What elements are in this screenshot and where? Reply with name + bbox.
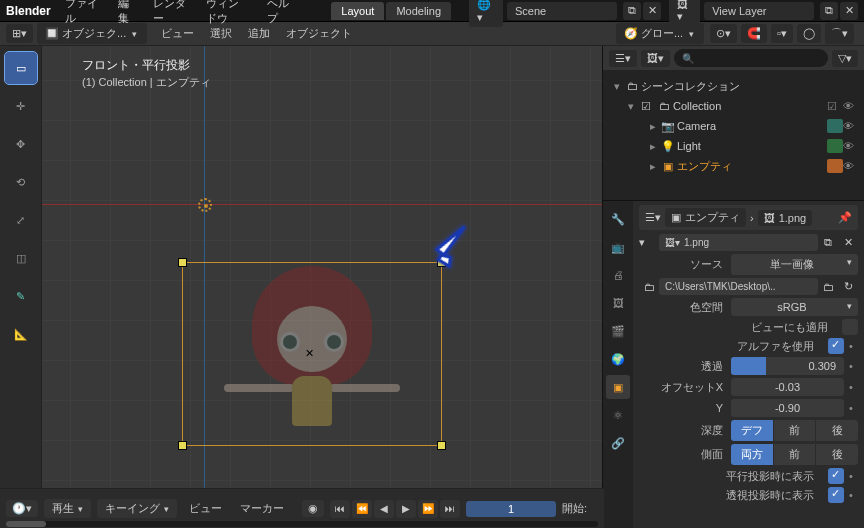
image-data-icon[interactable] bbox=[827, 159, 843, 173]
prop-tab-object-data[interactable]: ▣ bbox=[606, 375, 630, 399]
light-data-icon[interactable] bbox=[827, 139, 843, 153]
eye-icon[interactable]: 👁 bbox=[843, 160, 854, 172]
timeline-menu-marker[interactable]: マーカー bbox=[240, 501, 284, 516]
side-front-button[interactable]: 前 bbox=[774, 444, 817, 465]
depth-default-button[interactable]: デフ bbox=[731, 420, 774, 441]
side-both-button[interactable]: 両方 bbox=[731, 444, 774, 465]
proportional-dropdown[interactable]: ⌒▾ bbox=[825, 23, 854, 44]
camera-data-icon[interactable] bbox=[827, 119, 843, 133]
decorator-dot-icon[interactable]: • bbox=[844, 381, 858, 393]
offset-y-field[interactable]: -0.90 bbox=[731, 399, 844, 417]
viewlayer-new-button[interactable]: ⧉ bbox=[820, 2, 838, 20]
editor-type-icon[interactable]: ☰▾ bbox=[645, 211, 661, 224]
menu-window[interactable]: ウィンドウ bbox=[206, 0, 250, 26]
outliner-item-camera[interactable]: ▸📷 Camera 👁 bbox=[607, 116, 860, 136]
handle-bottom-right[interactable] bbox=[437, 441, 446, 450]
transform-orient-dropdown[interactable]: 🧭 グロー... bbox=[616, 23, 704, 44]
expand-icon[interactable]: ▾ bbox=[639, 236, 659, 249]
decorator-dot-icon[interactable]: • bbox=[844, 402, 858, 414]
editor-type-icon[interactable]: ⊞▾ bbox=[6, 24, 33, 43]
menu-help[interactable]: ヘルプ bbox=[267, 0, 293, 26]
filepath-reload-button[interactable]: ↻ bbox=[838, 280, 858, 293]
viewport-3d[interactable]: フロント・平行投影 (1) Collection | エンプティ bbox=[42, 46, 602, 528]
eye-icon[interactable]: 👁 bbox=[843, 100, 854, 113]
outliner-editor-type-icon[interactable]: ☰▾ bbox=[609, 50, 637, 67]
prop-tab-output[interactable]: 🖨 bbox=[606, 263, 630, 287]
depth-back-button[interactable]: 後 bbox=[816, 420, 858, 441]
tool-rotate[interactable]: ⟲ bbox=[5, 166, 37, 198]
prop-tab-world[interactable]: 🌍 bbox=[606, 347, 630, 371]
breadcrumb-object[interactable]: ▣ エンプティ bbox=[665, 208, 746, 227]
timeline-menu-view[interactable]: ビュー bbox=[189, 501, 222, 516]
filepath-field[interactable]: C:\Users\TMK\Desktop\.. bbox=[659, 278, 818, 295]
empty-image-object[interactable] bbox=[182, 262, 442, 446]
source-dropdown[interactable]: 単一画像 bbox=[731, 254, 858, 275]
jump-start-button[interactable]: ⏮ bbox=[330, 500, 350, 518]
keying-dropdown[interactable]: キーイング bbox=[97, 499, 177, 518]
prop-tab-render[interactable]: 📺 bbox=[606, 235, 630, 259]
outliner-tree[interactable]: ▾🗀 シーンコレクション ▾☑🗀 Collection ☑👁 ▸📷 Camera… bbox=[603, 70, 864, 200]
decorator-dot-icon[interactable]: • bbox=[844, 470, 858, 482]
scene-browse-icon[interactable]: 🌐▾ bbox=[469, 0, 503, 27]
jump-end-button[interactable]: ⏭ bbox=[440, 500, 460, 518]
show-persp-checkbox[interactable] bbox=[828, 487, 844, 503]
colorspace-dropdown[interactable]: sRGB bbox=[731, 298, 858, 316]
tool-annotate[interactable]: ✎ bbox=[5, 280, 37, 312]
filebrowser-icon[interactable]: 🗀 bbox=[639, 281, 659, 293]
tab-layout[interactable]: Layout bbox=[331, 2, 384, 20]
tool-select-box[interactable]: ▭ bbox=[5, 52, 37, 84]
scene-name-field[interactable]: Scene bbox=[507, 2, 617, 20]
scene-delete-button[interactable]: ✕ bbox=[643, 2, 661, 20]
current-frame-field[interactable]: 1 bbox=[466, 501, 556, 517]
keyframe-prev-button[interactable]: ⏪ bbox=[352, 500, 372, 518]
prop-tab-tool[interactable]: 🔧 bbox=[606, 207, 630, 231]
opacity-slider[interactable]: 0.309 bbox=[731, 357, 844, 375]
keyframe-next-button[interactable]: ⏩ bbox=[418, 500, 438, 518]
breadcrumb-image[interactable]: 🖼 1.png bbox=[758, 210, 813, 226]
tool-measure[interactable]: 📐 bbox=[5, 318, 37, 350]
prop-tab-scene[interactable]: 🎬 bbox=[606, 319, 630, 343]
use-alpha-checkbox[interactable] bbox=[828, 338, 844, 354]
object-mode-dropdown[interactable]: 🔲 オブジェク... bbox=[37, 23, 147, 44]
decorator-dot-icon[interactable]: • bbox=[844, 360, 858, 372]
tool-scale[interactable]: ⤢ bbox=[5, 204, 37, 236]
header-menu-add[interactable]: 追加 bbox=[248, 26, 270, 41]
snap-dropdown[interactable]: ▫▾ bbox=[771, 24, 793, 43]
outliner-item-light[interactable]: ▸💡 Light 👁 bbox=[607, 136, 860, 156]
snap-toggle[interactable]: 🧲 bbox=[741, 24, 767, 43]
pivot-dropdown[interactable]: ⊙▾ bbox=[710, 24, 737, 43]
image-unlink-button[interactable]: ✕ bbox=[838, 236, 858, 249]
tab-modeling[interactable]: Modeling bbox=[386, 2, 451, 20]
outliner-scene-collection[interactable]: ▾🗀 シーンコレクション bbox=[607, 76, 860, 96]
image-datablock-field[interactable]: 🖼▾ 1.png bbox=[659, 234, 818, 251]
exclude-icon[interactable]: ☑ bbox=[827, 100, 837, 113]
proportional-toggle[interactable]: ◯ bbox=[797, 24, 821, 43]
viewlayer-delete-button[interactable]: ✕ bbox=[840, 2, 858, 20]
tool-move[interactable]: ✥ bbox=[5, 128, 37, 160]
tool-transform[interactable]: ◫ bbox=[5, 242, 37, 274]
outliner-collection[interactable]: ▾☑🗀 Collection ☑👁 bbox=[607, 96, 860, 116]
filepath-browse-button[interactable]: 🗀 bbox=[818, 281, 838, 293]
handle-top-left[interactable] bbox=[178, 258, 187, 267]
eye-icon[interactable]: 👁 bbox=[843, 120, 854, 132]
menu-render[interactable]: レンダー bbox=[153, 0, 188, 26]
header-menu-object[interactable]: オブジェクト bbox=[286, 26, 352, 41]
apply-view-checkbox[interactable] bbox=[842, 319, 858, 335]
playback-dropdown[interactable]: 再生 bbox=[44, 499, 91, 518]
outliner-item-empty[interactable]: ▸▣ エンプティ 👁 bbox=[607, 156, 860, 176]
play-button[interactable]: ▶ bbox=[396, 500, 416, 518]
depth-front-button[interactable]: 前 bbox=[774, 420, 817, 441]
header-menu-view[interactable]: ビュー bbox=[161, 26, 194, 41]
viewlayer-name-field[interactable]: View Layer bbox=[704, 2, 814, 20]
prop-tab-constraints[interactable]: 🔗 bbox=[606, 431, 630, 455]
pin-icon[interactable]: 📌 bbox=[838, 211, 852, 224]
menu-edit[interactable]: 編集 bbox=[118, 0, 135, 26]
timeline-scrollbar[interactable] bbox=[6, 521, 598, 527]
header-menu-select[interactable]: 選択 bbox=[210, 26, 232, 41]
image-new-button[interactable]: ⧉ bbox=[818, 236, 838, 249]
decorator-dot-icon[interactable]: • bbox=[844, 340, 858, 352]
prop-tab-viewlayer[interactable]: 🖼 bbox=[606, 291, 630, 315]
handle-bottom-left[interactable] bbox=[178, 441, 187, 450]
prop-tab-physics[interactable]: ⚛ bbox=[606, 403, 630, 427]
checkbox-icon[interactable]: ☑ bbox=[637, 100, 655, 113]
